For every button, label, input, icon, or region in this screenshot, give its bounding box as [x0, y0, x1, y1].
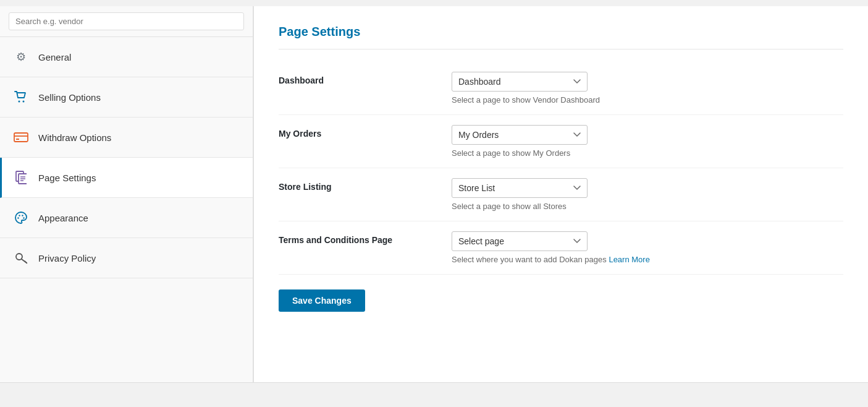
sidebar-item-selling-options[interactable]: Selling Options — [0, 77, 253, 118]
my-orders-label: My Orders — [279, 115, 452, 168]
sidebar-item-withdraw-label: Withdraw Options — [38, 132, 111, 143]
svg-rect-2 — [14, 133, 28, 142]
settings-row-terms: Terms and Conditions Page Dashboard My O… — [279, 221, 843, 275]
svg-point-1 — [23, 101, 25, 103]
page-icon — [12, 169, 30, 186]
withdraw-icon — [12, 129, 30, 146]
search-input[interactable] — [9, 12, 244, 30]
svg-rect-3 — [16, 139, 19, 140]
sidebar-item-page-settings[interactable]: Page Settings — [0, 158, 253, 198]
dashboard-label: Dashboard — [279, 62, 452, 115]
store-listing-label: Store Listing — [279, 168, 452, 221]
terms-help-text: Select where you want to add Dokan pages — [452, 255, 607, 264]
dashboard-control: Dashboard My Orders Store List Select pa… — [452, 62, 843, 115]
learn-more-link[interactable]: Learn More — [609, 255, 649, 264]
svg-point-12 — [23, 217, 24, 218]
settings-row-my-orders: My Orders Dashboard My Orders Store List… — [279, 115, 843, 168]
search-box — [0, 6, 253, 37]
store-listing-help: Select a page to show all Stores — [452, 202, 843, 211]
bottom-bar — [0, 382, 868, 407]
my-orders-select[interactable]: Dashboard My Orders Store List Select pa… — [452, 125, 588, 145]
terms-control: Dashboard My Orders Store List Select pa… — [452, 221, 843, 275]
terms-label: Terms and Conditions Page — [279, 221, 452, 275]
settings-table: Dashboard Dashboard My Orders Store List… — [279, 62, 843, 275]
terms-select[interactable]: Dashboard My Orders Store List Select pa… — [452, 231, 588, 251]
sidebar-item-appearance[interactable]: Appearance — [0, 198, 253, 238]
page-title: Page Settings — [279, 25, 843, 49]
svg-point-11 — [22, 215, 23, 216]
main-content: ⚙ General Selling Options — [0, 0, 868, 382]
save-changes-button[interactable]: Save Changes — [279, 289, 365, 312]
store-listing-control: Dashboard My Orders Store List Select pa… — [452, 168, 843, 221]
key-icon — [12, 249, 30, 267]
sidebar: ⚙ General Selling Options — [0, 6, 253, 382]
cart-icon — [12, 88, 30, 106]
svg-point-10 — [19, 215, 20, 216]
dashboard-select[interactable]: Dashboard My Orders Store List Select pa… — [452, 72, 588, 92]
sidebar-item-page-label: Page Settings — [38, 173, 96, 183]
sidebar-item-withdraw-options[interactable]: Withdraw Options — [0, 118, 253, 158]
sidebar-item-privacy-label: Privacy Policy — [38, 253, 96, 263]
svg-point-9 — [17, 217, 19, 218]
store-listing-select[interactable]: Dashboard My Orders Store List Select pa… — [452, 178, 588, 198]
appearance-icon — [12, 209, 30, 226]
sidebar-item-general-label: General — [38, 52, 71, 62]
svg-point-0 — [19, 101, 20, 103]
dashboard-help: Select a page to show Vendor Dashboard — [452, 95, 843, 105]
terms-help: Select where you want to add Dokan pages… — [452, 255, 843, 264]
settings-row-store-listing: Store Listing Dashboard My Orders Store … — [279, 168, 843, 221]
my-orders-control: Dashboard My Orders Store List Select pa… — [452, 115, 843, 168]
gear-icon: ⚙ — [12, 48, 30, 66]
sidebar-item-general[interactable]: ⚙ General — [0, 37, 253, 77]
settings-row-dashboard: Dashboard Dashboard My Orders Store List… — [279, 62, 843, 115]
sidebar-item-selling-label: Selling Options — [38, 92, 101, 103]
content-area: Page Settings Dashboard Dashboard My Ord… — [253, 6, 868, 382]
sidebar-item-appearance-label: Appearance — [38, 213, 88, 223]
sidebar-item-privacy-policy[interactable]: Privacy Policy — [0, 238, 253, 278]
my-orders-help: Select a page to show My Orders — [452, 148, 843, 158]
app-wrapper: ⚙ General Selling Options — [0, 0, 868, 407]
